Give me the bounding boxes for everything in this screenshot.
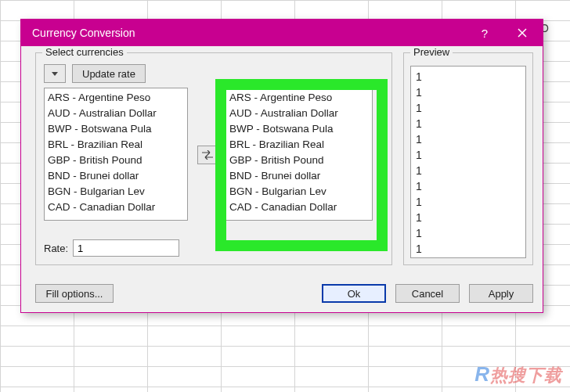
preview-listbox: 1 1 1 1 1 1 1 1 1 1 1 1 (410, 66, 526, 258)
list-item[interactable]: BND - Brunei dollar (48, 168, 184, 184)
help-button[interactable]: ? (469, 20, 500, 46)
list-item[interactable]: BWP - Botswana Pula (48, 121, 184, 137)
help-icon: ? (482, 27, 488, 40)
swap-icon (202, 150, 213, 160)
titlebar: Currency Conversion ? (21, 20, 543, 46)
update-rate-label: Update rate (82, 68, 135, 80)
ok-label: Ok (348, 288, 361, 300)
cancel-label: Cancel (412, 288, 443, 300)
apply-label: Apply (489, 288, 514, 300)
preview-item: 1 (416, 210, 521, 225)
close-icon (518, 28, 527, 38)
cancel-button[interactable]: Cancel (395, 284, 460, 303)
chevron-down-icon (52, 72, 58, 76)
preview-group: Preview 1 1 1 1 1 1 1 1 1 1 1 1 (403, 52, 533, 265)
list-item[interactable]: BRL - Brazilian Real (48, 137, 184, 153)
preview-item: 1 (416, 69, 521, 85)
fill-options-label: Fill options... (46, 288, 103, 300)
preview-label: Preview (410, 46, 453, 58)
preview-item: 1 (416, 194, 521, 210)
preview-item: 1 (416, 225, 521, 241)
left-currency-list[interactable]: ARS - Argentine Peso AUD - Australian Do… (44, 88, 188, 221)
fill-options-button[interactable]: Fill options... (35, 284, 114, 303)
right-currency-list[interactable]: ARS - Argentine Peso AUD - Australian Do… (225, 88, 373, 221)
close-button[interactable] (507, 20, 538, 46)
list-item[interactable]: BWP - Botswana Pula (229, 121, 369, 137)
select-currencies-group: Select currencies Update rate ARS - Arge… (35, 52, 392, 265)
list-item[interactable]: CAD - Canadian Dollar (229, 200, 369, 215)
list-item[interactable]: GBP - British Pound (48, 153, 184, 168)
select-currencies-label: Select currencies (42, 46, 127, 58)
ok-button[interactable]: Ok (322, 284, 386, 303)
currency-conversion-dialog: Currency Conversion ? Select currencies … (20, 19, 543, 313)
dialog-button-row: Fill options... Ok Cancel Apply (35, 284, 533, 303)
list-item[interactable]: CAD - Canadian Dollar (48, 200, 184, 215)
rate-label: Rate: (44, 243, 68, 254)
list-item[interactable]: BND - Brunei dollar (229, 168, 369, 184)
swap-currencies-button[interactable] (197, 146, 218, 164)
preview-item: 1 (416, 131, 521, 147)
apply-button[interactable]: Apply (469, 284, 533, 303)
list-item[interactable]: BRL - Brazilian Real (229, 137, 369, 153)
source-currency-dropdown[interactable] (44, 64, 66, 83)
preview-item: 1 (416, 178, 521, 194)
list-item[interactable]: AUD - Australian Dollar (48, 106, 184, 121)
list-item[interactable]: ARS - Argentine Peso (229, 90, 369, 106)
list-item[interactable]: GBP - British Pound (229, 153, 369, 168)
rate-input[interactable] (73, 239, 179, 257)
preview-item: 1 (416, 116, 521, 131)
list-item[interactable]: ARS - Argentine Peso (48, 90, 184, 106)
list-item[interactable]: BGN - Bulgarian Lev (48, 184, 184, 200)
update-rate-button[interactable]: Update rate (72, 64, 146, 83)
dialog-title: Currency Conversion (32, 27, 135, 39)
preview-item: 1 (416, 241, 521, 257)
preview-item: 1 (416, 163, 521, 178)
preview-item: 1 (416, 100, 521, 116)
preview-item: 1 (416, 147, 521, 163)
dialog-body: Select currencies Update rate ARS - Arge… (21, 46, 543, 312)
list-item[interactable]: BGN - Bulgarian Lev (229, 184, 369, 200)
list-item[interactable]: AUD - Australian Dollar (229, 106, 369, 121)
preview-item: 1 (416, 85, 521, 100)
